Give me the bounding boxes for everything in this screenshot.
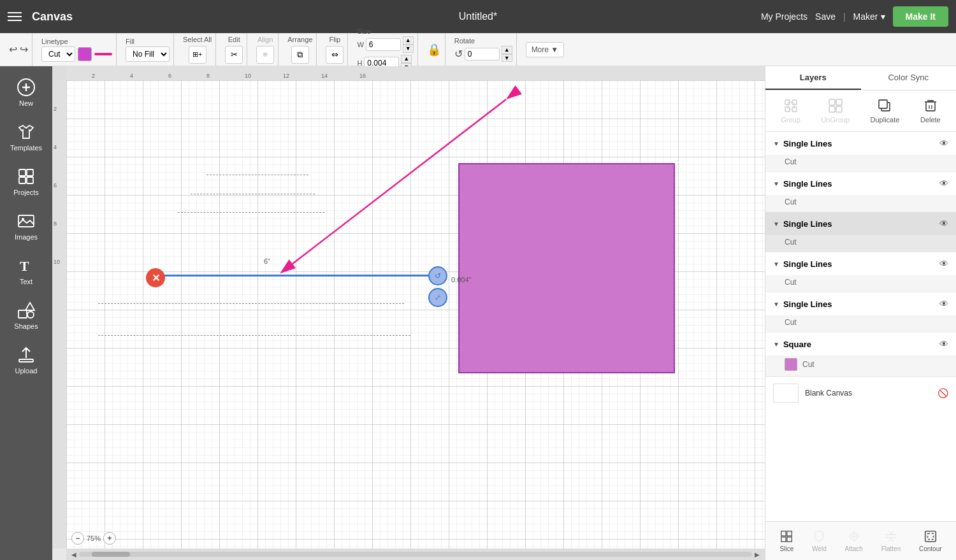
canvas-square-object[interactable] — [458, 163, 675, 373]
layer-group-4: ▼ Single Lines 👁 Cut — [765, 252, 956, 292]
scroll-right-button[interactable]: ▶ — [752, 551, 762, 558]
scroll-thumb[interactable] — [92, 552, 130, 557]
selected-line[interactable] — [156, 275, 430, 276]
svg-rect-31 — [781, 531, 786, 536]
svg-rect-28 — [926, 102, 935, 111]
plus-icon — [17, 78, 36, 97]
my-projects-link[interactable]: My Projects — [761, 11, 808, 22]
svg-rect-39 — [925, 531, 936, 542]
canvas-grid[interactable]: ✕ ↺ ⤢ 6" 0.004" — [66, 80, 765, 549]
delete-button[interactable]: Delete — [915, 96, 946, 126]
sidebar-item-upload[interactable]: Upload — [0, 339, 52, 381]
weld-button[interactable]: Weld — [809, 527, 829, 555]
dashed-line-2 — [191, 194, 315, 194]
redo-button[interactable]: ↪ — [20, 43, 28, 55]
linetype-color-box[interactable] — [78, 47, 92, 61]
layer-group-header-square[interactable]: ▼ Square 👁 — [765, 333, 956, 355]
lock-button[interactable]: 🔒 — [427, 43, 441, 57]
svg-rect-25 — [836, 106, 842, 112]
group-button[interactable]: Group — [776, 96, 806, 126]
sidebar-item-images[interactable]: Images — [0, 205, 52, 247]
ruler-horizontal: 2 4 6 8 10 12 14 16 — [66, 66, 765, 80]
app-header: Canvas Untitled* My Projects Save | Make… — [0, 0, 956, 33]
select-all-button[interactable]: ⊞+ — [189, 46, 206, 64]
chevron-icon-4: ▼ — [773, 261, 779, 268]
rotate-icon: ↺ — [454, 48, 463, 60]
zoom-out-button[interactable]: − — [71, 532, 84, 545]
delete-handle[interactable]: ✕ — [146, 268, 165, 287]
layer-group-header-3[interactable]: ▼ Single Lines 👁 — [765, 212, 956, 235]
height-up-button[interactable]: ▲ — [401, 55, 412, 63]
sidebar-item-projects[interactable]: Projects — [0, 161, 52, 203]
layer-group-3: ▼ Single Lines 👁 Cut — [765, 212, 956, 252]
visibility-btn-1[interactable]: 👁 — [939, 138, 948, 148]
save-button[interactable]: Save — [815, 11, 836, 22]
layers-list: ▼ Single Lines 👁 Cut ▼ Single Lines 👁 Cu… — [765, 132, 956, 521]
lock-group: 🔒 — [423, 33, 445, 66]
ruler-h-12: 12 — [283, 73, 289, 79]
arrange-button[interactable]: ⧉ — [291, 46, 309, 64]
linetype-select[interactable]: Cut — [41, 47, 75, 62]
flip-label: Flip — [330, 36, 341, 43]
document-title[interactable]: Untitled* — [459, 11, 497, 22]
sidebar-item-text[interactable]: T Text — [0, 250, 52, 292]
tab-color-sync[interactable]: Color Sync — [861, 66, 957, 90]
duplicate-button[interactable]: Duplicate — [865, 96, 905, 126]
visibility-btn-square[interactable]: 👁 — [939, 339, 948, 349]
visibility-btn-2[interactable]: 👁 — [939, 178, 948, 189]
flip-button[interactable]: ⇔ — [326, 46, 344, 64]
attach-button[interactable]: Attach — [843, 527, 865, 555]
svg-rect-4 — [27, 169, 33, 176]
flatten-button[interactable]: Flatten — [879, 527, 904, 555]
width-up-button[interactable]: ▲ — [403, 36, 414, 45]
align-button[interactable]: ≡ — [256, 46, 274, 64]
slice-icon — [779, 529, 793, 543]
scroll-left-button[interactable]: ◀ — [69, 551, 79, 558]
svg-rect-34 — [787, 537, 792, 542]
undo-button[interactable]: ↩ — [9, 43, 17, 55]
sidebar-item-shapes[interactable]: Shapes — [0, 294, 52, 336]
visibility-btn-4[interactable]: 👁 — [939, 259, 948, 269]
fill-select[interactable]: No Fill — [126, 47, 170, 62]
make-it-button[interactable]: Make It — [893, 6, 948, 27]
more-group: More ▼ — [522, 33, 569, 66]
sidebar-item-new[interactable]: New — [0, 71, 52, 113]
svg-marker-11 — [25, 303, 34, 310]
width-dimension-label: 6" — [264, 257, 270, 265]
layer-group-header-2[interactable]: ▼ Single Lines 👁 — [765, 172, 956, 195]
edit-button[interactable]: ✂ — [225, 46, 243, 64]
width-down-button[interactable]: ▼ — [403, 45, 414, 53]
tab-layers[interactable]: Layers — [765, 66, 861, 90]
line-color-indicator[interactable] — [94, 53, 112, 55]
zoom-in-button[interactable]: + — [103, 532, 116, 545]
blank-canvas-visibility[interactable]: 🚫 — [938, 388, 948, 398]
maker-selector[interactable]: Maker ▾ — [853, 11, 885, 22]
layer-group-header-4[interactable]: ▼ Single Lines 👁 — [765, 252, 956, 275]
menu-icon[interactable] — [8, 12, 22, 21]
sidebar-item-templates[interactable]: Templates — [0, 116, 52, 158]
visibility-btn-3[interactable]: 👁 — [939, 219, 948, 229]
rotate-up-button[interactable]: ▲ — [502, 46, 512, 54]
width-input[interactable] — [366, 38, 401, 51]
layer-group-header-1[interactable]: ▼ Single Lines 👁 — [765, 132, 956, 155]
panel-tabs: Layers Color Sync — [765, 66, 956, 90]
arrange-group: Arrange ⧉ — [284, 33, 317, 66]
rotate-down-button[interactable]: ▼ — [502, 54, 512, 62]
more-button[interactable]: More ▼ — [526, 42, 565, 57]
rotate-handle[interactable]: ↺ — [428, 266, 447, 285]
scroll-track[interactable] — [79, 552, 752, 557]
ruler-v-6: 6 — [54, 182, 57, 189]
right-panel: Layers Color Sync Group — [765, 66, 956, 560]
ungroup-button[interactable]: UnGroup — [816, 96, 855, 126]
contour-button[interactable]: Contour — [916, 527, 945, 555]
fill-label: Fill — [126, 38, 170, 45]
layer-group-header-5[interactable]: ▼ Single Lines 👁 — [765, 292, 956, 315]
visibility-btn-5[interactable]: 👁 — [939, 299, 948, 309]
rotate-input[interactable] — [465, 48, 500, 61]
resize-handle[interactable]: ⤢ — [428, 288, 447, 307]
ruler-h-6: 6 — [168, 73, 171, 79]
slice-button[interactable]: Slice — [777, 527, 796, 555]
ruler-v-10: 10 — [54, 259, 60, 265]
layer-sub-3: Cut — [765, 235, 956, 252]
svg-rect-10 — [18, 310, 27, 318]
